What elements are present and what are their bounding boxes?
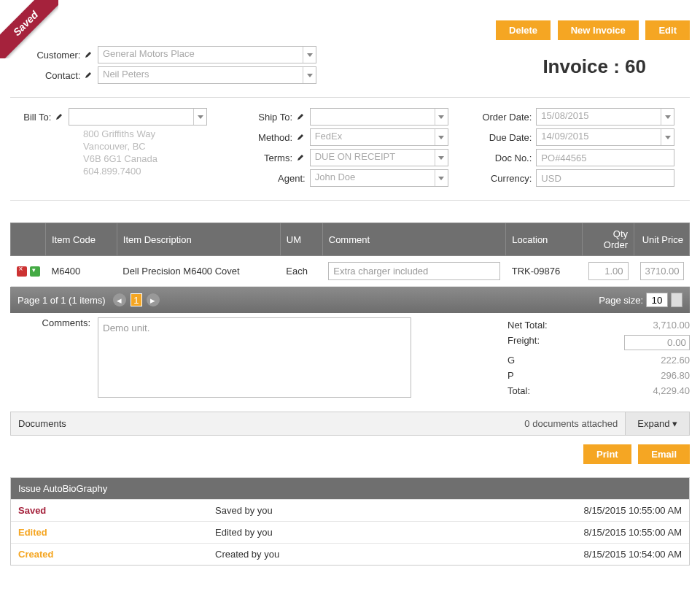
col-location: Location [506,223,583,256]
top-action-bar: Delete New Invoice Edit [10,20,690,40]
price-input[interactable] [640,262,684,280]
agent-label: Agent: [278,173,306,184]
addr-line: V6B 6G1 Canada [83,153,237,166]
audit-status: Created [18,549,215,560]
chevron-down-icon[interactable] [671,293,682,307]
method-value: FedEx [315,131,343,142]
bottom-action-bar: Print Email [10,444,690,464]
terms-select[interactable]: DUE ON RECEIPT [310,149,448,166]
billto-address: 800 Griffiths Way Vancouver, BC V6B 6G1 … [83,128,237,178]
totals-panel: Net Total:3,710.00 Freight: G222.60 P296… [508,317,690,398]
g-label: G [508,355,515,366]
duedate-label: Due Date: [489,132,532,143]
cell-desc: Dell Precision M6400 Covet [117,256,280,287]
pencil-icon[interactable] [83,50,93,61]
addr-line: Vancouver, BC [83,141,237,153]
audit-status: Edited [18,527,215,538]
comments-input[interactable]: Demo unit. [98,317,411,398]
col-comment: Comment [322,223,505,256]
table-row: M6400Dell Precision M6400 CovetEachTRK-0… [11,256,690,287]
chevron-down-icon [661,129,674,145]
currency-input[interactable] [536,169,674,187]
terms-label: Terms: [264,153,292,163]
audit-message: Edited by you [215,527,584,538]
freight-input[interactable] [624,335,690,350]
method-select[interactable]: FedEx [310,128,448,146]
expand-button[interactable]: Expand ▾ [625,412,689,435]
orderdate-label: Order Date: [482,112,532,123]
cell-location: TRK-09876 [506,256,583,287]
delete-row-icon[interactable] [17,266,27,277]
addr-line: 604.899.7400 [83,166,237,178]
audit-row: CreatedCreated by you8/15/2015 10:54:00 … [11,543,689,565]
p-label: P [508,370,514,381]
new-invoice-button[interactable]: New Invoice [558,20,639,40]
method-label: Method: [258,132,292,143]
total-value: 4,229.40 [653,385,690,396]
chevron-down-icon [435,109,448,125]
cell-um: Each [280,256,322,287]
agent-select[interactable]: John Doe [310,169,448,187]
divider [10,97,690,98]
contact-label: Contact: [45,70,80,81]
shipto-select[interactable] [310,108,448,126]
documents-bar: Documents 0 documents attached Expand ▾ [10,412,690,436]
next-page-button[interactable]: ▸ [147,293,160,306]
email-button[interactable]: Email [638,444,690,464]
col-um: UM [280,223,322,256]
duedate-value: 14/09/2015 [541,131,588,142]
page-size-input[interactable] [646,293,668,307]
divider [10,200,690,201]
audit-panel: Issue AutoBioGraphy SavedSaved by you8/1… [10,477,690,566]
qty-input[interactable] [588,262,629,280]
audit-title: Issue AutoBioGraphy [11,478,689,499]
audit-row: EditedEdited by you8/15/2015 10:55:00 AM [11,521,689,543]
current-page: 1 [131,293,142,306]
comments-label: Comments: [10,317,98,398]
saved-ribbon: Saved [0,0,58,58]
shipto-label: Ship To: [258,112,292,123]
pencil-icon[interactable] [54,112,64,123]
prev-page-button[interactable]: ◂ [113,293,126,306]
documents-label: Documents [11,412,517,435]
pencil-icon[interactable] [295,153,306,163]
customer-value: General Motors Place [103,48,195,59]
net-total-value: 3,710.00 [653,320,690,331]
line-items-grid: Item Code Item Description UM Comment Lo… [10,223,690,287]
net-total-label: Net Total: [508,320,548,331]
contact-value: Neil Peters [103,69,149,80]
orderdate-input[interactable]: 15/08/2015 [536,108,674,126]
insert-row-icon[interactable] [30,266,40,277]
pencil-icon[interactable] [295,132,306,143]
chevron-down-icon [661,109,674,125]
comment-input[interactable] [328,262,499,280]
audit-timestamp: 8/15/2015 10:55:00 AM [584,505,682,516]
edit-button[interactable]: Edit [645,20,690,40]
addr-line: 800 Griffiths Way [83,128,237,141]
chevron-down-icon [435,150,448,166]
pencil-icon[interactable] [295,112,306,123]
freight-label: Freight: [508,335,540,350]
audit-message: Saved by you [215,505,584,516]
saved-ribbon-text: Saved [0,0,58,58]
chevron-down-icon: ▾ [672,418,677,429]
customer-select[interactable]: General Motors Place [98,46,316,63]
cell-code: M6400 [46,256,117,287]
docno-label: Doc No.: [495,153,532,163]
chevron-down-icon [435,170,448,186]
billto-label: Bill To: [23,112,51,123]
print-button[interactable]: Print [583,444,631,464]
chevron-down-icon [193,109,206,125]
delete-button[interactable]: Delete [496,20,551,40]
pencil-icon[interactable] [83,70,93,81]
billto-select[interactable] [69,108,207,126]
invoice-title: Invoice : 60 [542,55,690,78]
audit-timestamp: 8/15/2015 10:54:00 AM [584,549,682,560]
chevron-down-icon [435,129,448,145]
expand-label: Expand [637,418,669,429]
documents-count: 0 documents attached [517,412,625,435]
duedate-input[interactable]: 14/09/2015 [536,128,674,146]
docno-input[interactable] [536,149,674,166]
contact-select[interactable]: Neil Peters [98,66,316,84]
terms-value: DUE ON RECEIPT [315,151,396,162]
